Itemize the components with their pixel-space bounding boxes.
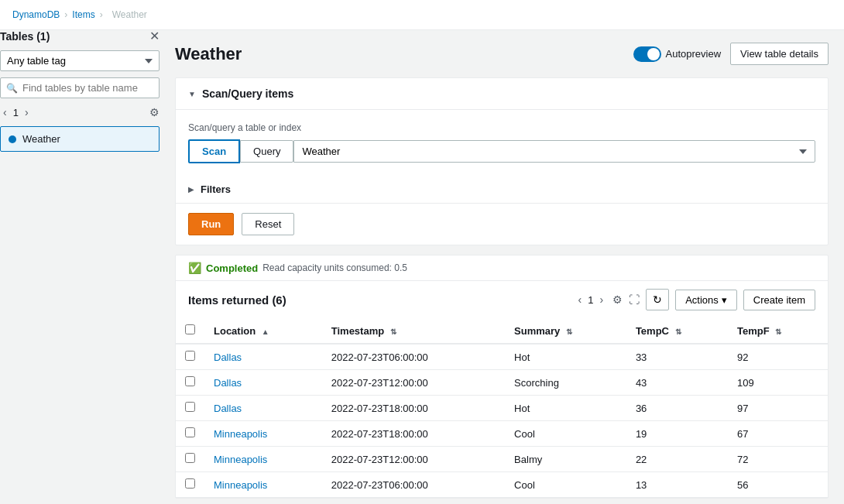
select-all-header[interactable] — [176, 318, 204, 344]
settings-button[interactable]: ⚙ — [149, 106, 160, 118]
breadcrumb-sep-1: › — [64, 9, 67, 20]
table-item-weather[interactable]: Weather — [0, 126, 160, 152]
cell-tempf: 56 — [728, 472, 828, 498]
table-row: Dallas 2022-07-23T06:00:00 Hot 33 92 — [176, 344, 828, 370]
breadcrumb-items[interactable]: Items — [72, 9, 94, 20]
results-prev-button[interactable]: ‹ — [575, 292, 585, 307]
cell-tempc: 19 — [626, 421, 728, 447]
scan-button[interactable]: Scan — [188, 139, 240, 163]
row-checkbox[interactable] — [185, 402, 195, 412]
table-item-label: Weather — [22, 133, 60, 145]
cell-location[interactable]: Minneapolis — [204, 421, 322, 447]
cell-summary: Hot — [505, 344, 626, 370]
row-checkbox-cell[interactable] — [176, 370, 204, 396]
row-checkbox[interactable] — [185, 427, 195, 437]
main-content: Weather Autopreview View table details ▼… — [160, 30, 844, 504]
select-all-checkbox[interactable] — [185, 324, 195, 334]
row-checkbox[interactable] — [185, 478, 195, 489]
cell-tempc: 43 — [626, 370, 728, 396]
scan-query-header[interactable]: ▼ Scan/Query items — [176, 78, 828, 110]
row-checkbox[interactable] — [185, 376, 195, 386]
scan-query-label: Scan/query a table or index — [188, 122, 815, 133]
tag-filter-select[interactable]: Any table tag — [0, 50, 160, 71]
row-checkbox-cell[interactable] — [176, 396, 204, 421]
actions-chevron-icon: ▾ — [722, 294, 727, 306]
items-returned-title: Items returned (6) — [188, 293, 286, 307]
autopreview-toggle[interactable] — [633, 46, 661, 62]
row-checkbox-cell[interactable] — [176, 447, 204, 472]
row-checkbox-cell[interactable] — [176, 421, 204, 447]
filters-label: Filters — [201, 183, 231, 195]
sort-icon-tempf: ⇅ — [775, 327, 781, 336]
sort-asc-icon: ▲ — [262, 327, 269, 336]
filters-row[interactable]: ▶ Filters — [176, 176, 828, 203]
table-row: Minneapolis 2022-07-23T06:00:00 Cool 13 … — [176, 472, 828, 498]
capacity-text: Read capacity units consumed: 0.5 — [262, 262, 407, 273]
table-index-select[interactable]: Weather — [293, 140, 815, 163]
cell-location[interactable]: Minneapolis — [204, 447, 322, 472]
filters-triangle: ▶ — [188, 185, 194, 194]
prev-page-button[interactable]: ‹ — [0, 105, 10, 120]
expand-button[interactable]: ⛶ — [629, 293, 640, 306]
actions-label: Actions — [685, 294, 719, 306]
cell-location[interactable]: Dallas — [204, 396, 322, 421]
create-item-button[interactable]: Create item — [743, 290, 815, 310]
completed-text: Completed — [206, 262, 258, 274]
row-checkbox-cell[interactable] — [176, 472, 204, 498]
expand-icon: ▼ — [188, 90, 196, 98]
cell-tempc: 33 — [626, 344, 728, 370]
run-button[interactable]: Run — [188, 213, 234, 235]
col-tempc[interactable]: TempC ⇅ — [626, 318, 728, 344]
results-next-button[interactable]: › — [596, 292, 606, 307]
cell-tempf: 97 — [728, 396, 828, 421]
sort-icon-tempc: ⇅ — [675, 327, 681, 336]
search-icon: 🔍 — [6, 83, 18, 94]
table-row: Minneapolis 2022-07-23T18:00:00 Cool 19 … — [176, 421, 828, 447]
table-row: Minneapolis 2022-07-23T12:00:00 Balmy 22… — [176, 447, 828, 472]
next-page-button[interactable]: › — [22, 105, 32, 120]
cell-tempf: 72 — [728, 447, 828, 472]
col-location[interactable]: Location ▲ — [204, 318, 322, 344]
reset-button[interactable]: Reset — [242, 213, 294, 235]
cell-timestamp: 2022-07-23T06:00:00 — [322, 344, 505, 370]
actions-button[interactable]: Actions ▾ — [675, 290, 737, 310]
autopreview-label: Autopreview — [666, 48, 722, 60]
cell-summary: Cool — [505, 472, 626, 498]
table-row: Dallas 2022-07-23T18:00:00 Hot 36 97 — [176, 396, 828, 421]
cell-location[interactable]: Minneapolis — [204, 472, 322, 498]
cell-location[interactable]: Dallas — [204, 344, 322, 370]
sidebar: Tables (1) ✕ Any table tag 🔍 ‹ 1 › ⚙ Wea… — [0, 30, 160, 504]
close-sidebar-button[interactable]: ✕ — [149, 30, 160, 43]
results-page-num: 1 — [588, 294, 593, 306]
cell-summary: Cool — [505, 421, 626, 447]
page-title: Weather — [175, 44, 242, 64]
row-checkbox[interactable] — [185, 453, 195, 463]
cell-location[interactable]: Dallas — [204, 370, 322, 396]
toggle-thumb — [647, 48, 660, 60]
cell-tempc: 13 — [626, 472, 728, 498]
view-table-details-button[interactable]: View table details — [730, 43, 829, 65]
results-settings-button[interactable]: ⚙ — [612, 293, 623, 306]
query-button[interactable]: Query — [240, 140, 293, 163]
col-tempf[interactable]: TempF ⇅ — [728, 318, 828, 344]
cell-tempc: 22 — [626, 447, 728, 472]
row-checkbox[interactable] — [185, 351, 195, 361]
results-table: Location ▲ Timestamp ⇅ Summary ⇅ TempC — [176, 318, 828, 498]
cell-timestamp: 2022-07-23T18:00:00 — [322, 421, 505, 447]
cell-summary: Scorching — [505, 370, 626, 396]
cell-timestamp: 2022-07-23T06:00:00 — [322, 472, 505, 498]
cell-tempc: 36 — [626, 396, 728, 421]
breadcrumb-current: Weather — [112, 9, 147, 20]
cell-tempf: 67 — [728, 421, 828, 447]
col-timestamp[interactable]: Timestamp ⇅ — [322, 318, 505, 344]
selected-indicator — [9, 135, 16, 143]
scan-query-title: Scan/Query items — [202, 87, 293, 100]
breadcrumb-dynamodb[interactable]: DynamoDB — [12, 9, 60, 20]
refresh-button[interactable]: ↻ — [646, 289, 669, 310]
sidebar-title: Tables (1) — [0, 30, 50, 43]
table-search-input[interactable] — [0, 77, 160, 98]
cell-tempf: 92 — [728, 344, 828, 370]
results-card: ✅ Completed Read capacity units consumed… — [175, 255, 829, 499]
col-summary[interactable]: Summary ⇅ — [505, 318, 626, 344]
row-checkbox-cell[interactable] — [176, 344, 204, 370]
